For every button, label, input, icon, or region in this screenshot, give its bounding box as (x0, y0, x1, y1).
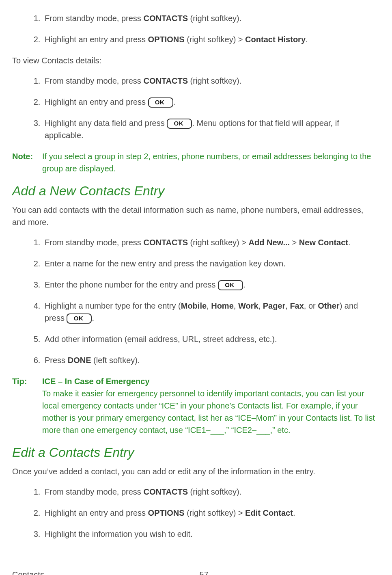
bold: Contact History (245, 35, 306, 44)
text: , (234, 301, 238, 310)
heading-add-new-contact: Add a New Contacts Entry (12, 181, 376, 201)
edit-steps: From standby mode, press CONTACTS (right… (12, 486, 376, 540)
text: From standby mode, press (45, 238, 143, 247)
bold: OPTIONS (148, 508, 185, 517)
tip-body: ICE – In Case of Emergency To make it ea… (42, 375, 376, 436)
history-steps: From standby mode, press CONTACTS (right… (12, 12, 376, 45)
tip-title: ICE – In Case of Emergency (42, 375, 376, 387)
footer-section: Contacts (12, 569, 44, 575)
text: From standby mode, press (45, 487, 143, 496)
list-item: Highlight a number type for the entry (M… (43, 300, 376, 324)
page-footer: Contacts 57 (12, 569, 209, 575)
footer-page-number: 57 (200, 569, 209, 575)
text: (right softkey) > (188, 238, 249, 247)
bold: Mobile (181, 301, 207, 310)
ok-button-icon: OK (218, 280, 243, 290)
list-item: From standby mode, press CONTACTS (right… (43, 75, 376, 87)
text: Highlight a number type for the entry ( (45, 301, 181, 310)
bold: Add New... (249, 238, 290, 247)
text: Press (45, 356, 68, 365)
bold: Pager (263, 301, 286, 310)
text: (right softkey). (188, 14, 241, 23)
bold: Edit Contact (245, 508, 293, 517)
tip-label: Tip: (12, 375, 42, 436)
list-item: From standby mode, press CONTACTS (right… (43, 486, 376, 498)
bold: Work (238, 301, 258, 310)
list-item: Add other information (email address, UR… (43, 333, 376, 345)
text: From standby mode, press (45, 14, 143, 23)
text: , (258, 301, 263, 310)
ok-button-icon: OK (67, 313, 92, 324)
text: (right softkey). (188, 487, 241, 496)
bold: New Contact (299, 238, 348, 247)
text: . (293, 508, 295, 517)
bold: CONTACTS (143, 487, 188, 496)
bold: DONE (68, 356, 91, 365)
bold: CONTACTS (143, 76, 188, 85)
details-intro: To view Contacts details: (12, 54, 376, 67)
text: Highlight an entry and press (45, 508, 148, 517)
add-intro: You can add contacts with the detail inf… (12, 204, 376, 228)
edit-intro: Once you’ve added a contact, you can add… (12, 465, 376, 478)
list-item: Highlight any data field and press OK. M… (43, 117, 376, 141)
bold: Home (211, 301, 234, 310)
text: Highlight an entry and press (45, 97, 148, 106)
text: Highlight an entry and press (45, 35, 148, 44)
text: (right softkey). (188, 76, 241, 85)
list-item: Enter the phone number for the entry and… (43, 279, 376, 291)
text: Enter the phone number for the entry and… (45, 280, 218, 289)
text: (left softkey). (91, 356, 140, 365)
bold: CONTACTS (143, 14, 188, 23)
bold: OPTIONS (148, 35, 185, 44)
list-item: Highlight the information you wish to ed… (43, 528, 376, 540)
ok-button-icon: OK (167, 119, 192, 129)
text: , or (304, 301, 318, 310)
tip-block: Tip: ICE – In Case of Emergency To make … (12, 375, 376, 436)
bold: Fax (290, 301, 304, 310)
note-block: Note: If you select a group in step 2, e… (12, 150, 376, 175)
add-steps: From standby mode, press CONTACTS (right… (12, 236, 376, 366)
text: . (92, 313, 94, 322)
bold: Other (318, 301, 339, 310)
note-body: If you select a group in step 2, entries… (42, 150, 376, 175)
text: . (348, 238, 351, 247)
list-item: Highlight an entry and press OPTIONS (ri… (43, 507, 376, 519)
list-item: Press DONE (left softkey). (43, 354, 376, 366)
text: Highlight any data field and press (45, 119, 167, 128)
text: , (207, 301, 211, 310)
text: > (290, 238, 299, 247)
details-steps: From standby mode, press CONTACTS (right… (12, 75, 376, 141)
note-label: Note: (12, 150, 42, 175)
ok-button-icon: OK (148, 97, 173, 108)
text: . (243, 280, 246, 289)
list-item: From standby mode, press CONTACTS (right… (43, 236, 376, 249)
list-item: From standby mode, press CONTACTS (right… (43, 12, 376, 24)
bold: CONTACTS (143, 238, 188, 247)
tip-text: To make it easier for emergency personne… (42, 387, 376, 436)
text: , (285, 301, 290, 310)
list-item: Highlight an entry and press OPTIONS (ri… (43, 33, 376, 45)
text: (right softkey) > (185, 508, 246, 517)
text: . (173, 97, 176, 106)
list-item: Highlight an entry and press OK. (43, 96, 376, 108)
heading-edit-contact: Edit a Contacts Entry (12, 443, 376, 462)
text: From standby mode, press (45, 76, 143, 85)
text: (right softkey) > (185, 35, 246, 44)
text: . (306, 35, 308, 44)
list-item: Enter a name for the new entry and press… (43, 257, 376, 270)
